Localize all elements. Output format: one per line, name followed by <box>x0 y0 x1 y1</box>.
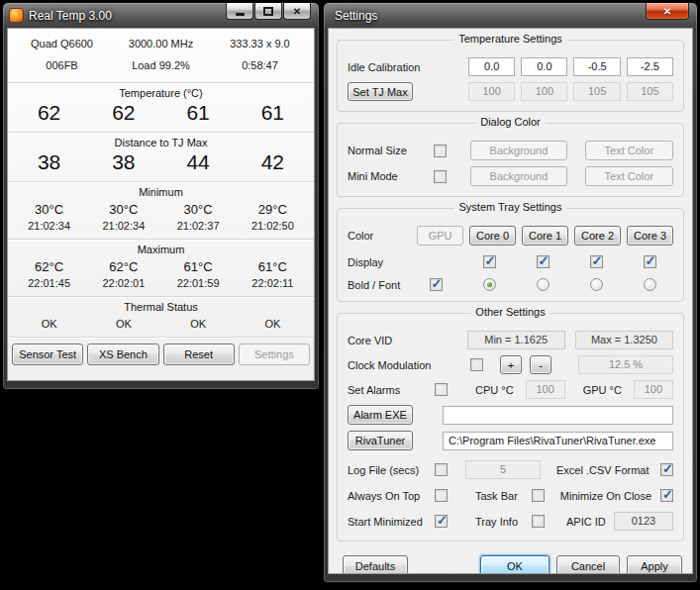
display-core3-checkbox[interactable] <box>644 255 656 268</box>
minimum-temp: 30°C <box>161 202 236 217</box>
normal-text-color-button[interactable]: Text Color <box>585 141 673 160</box>
alarm-exe-path-field[interactable] <box>443 406 673 425</box>
ok-button[interactable]: OK <box>480 555 550 574</box>
clock-modulation-checkbox[interactable] <box>470 358 483 371</box>
thermal-status-value: OK <box>86 318 160 330</box>
set-tj-max-button[interactable]: Set TJ Max <box>348 82 413 101</box>
settings-close-button[interactable] <box>646 3 689 20</box>
log-file-checkbox[interactable] <box>435 463 448 476</box>
minimize-icon <box>236 13 245 16</box>
minimum-temp: 30°C <box>12 202 86 217</box>
core0-color-button[interactable]: Core 0 <box>469 226 516 246</box>
apic-id-label: APIC ID <box>566 516 606 528</box>
reset-button[interactable]: Reset <box>163 344 235 365</box>
uptime-value: 0:58:47 <box>214 59 306 71</box>
rivatuner-button[interactable]: RivaTuner <box>348 431 413 450</box>
core3-color-button[interactable]: Core 3 <box>627 226 673 246</box>
maximize-button[interactable] <box>254 3 282 20</box>
settings-footer: Defaults OK Cancel Apply <box>329 549 692 574</box>
normal-background-button[interactable]: Background <box>470 141 566 160</box>
maximum-temp: 61°C <box>236 259 310 274</box>
maximum-temp: 61°C <box>161 259 236 274</box>
idle-calibration-field-0[interactable]: 0.0 <box>468 57 515 76</box>
realtemp-buttons-section: Sensor Test XS Bench Reset Settings <box>8 338 314 372</box>
distance-header: Distance to TJ Max <box>8 133 314 148</box>
idle-calibration-field-3[interactable]: -2.5 <box>627 57 673 76</box>
core2-color-button[interactable]: Core 2 <box>574 226 621 246</box>
group-temperature-settings: Temperature Settings Idle Calibration 0.… <box>337 40 684 112</box>
cpu-load: Load 99.2% <box>108 59 214 71</box>
group-system-tray: System Tray Settings Color GPU Core 0 Co… <box>337 208 684 302</box>
font-core1-radio[interactable] <box>537 278 550 291</box>
defaults-button[interactable]: Defaults <box>343 555 408 574</box>
display-core1-checkbox[interactable] <box>537 255 550 268</box>
cpu-info-section: Quad Q6600 3000.00 MHz 333.33 x 9.0 006F… <box>8 29 314 83</box>
close-icon <box>293 5 301 17</box>
always-on-top-label: Always On Top <box>348 490 435 502</box>
cancel-button[interactable]: Cancel <box>556 555 620 574</box>
set-alarms-checkbox[interactable] <box>435 383 448 396</box>
temperature-value: 61 <box>161 101 236 125</box>
always-on-top-checkbox[interactable] <box>435 489 448 502</box>
tray-info-checkbox[interactable] <box>532 515 545 528</box>
task-bar-checkbox[interactable] <box>532 489 545 502</box>
minimum-section: Minimum 30°C 30°C 30°C 29°C 21:02:34 21:… <box>8 182 314 240</box>
xs-bench-button[interactable]: XS Bench <box>87 344 158 365</box>
modulation-value-field: 12.5 % <box>578 355 673 374</box>
cpu-name: Quad Q6600 <box>16 38 108 49</box>
thermal-status-value: OK <box>12 318 86 330</box>
settings-window-title: Settings <box>335 9 377 23</box>
font-core0-radio[interactable] <box>483 278 496 291</box>
minimum-time: 21:02:34 <box>86 220 160 232</box>
sensor-test-button[interactable]: Sensor Test <box>12 344 83 365</box>
temperature-value: 61 <box>236 101 310 125</box>
display-core2-checkbox[interactable] <box>590 255 603 268</box>
close-icon <box>663 5 671 17</box>
settings-titlebar[interactable]: Settings <box>328 3 693 28</box>
minimize-button[interactable] <box>226 3 253 20</box>
minimum-temp: 30°C <box>86 202 160 217</box>
mini-text-color-button[interactable]: Text Color <box>585 166 673 186</box>
realtemp-titlebar[interactable]: Real Temp 3.00 <box>7 3 315 28</box>
mini-mode-checkbox[interactable] <box>434 170 447 183</box>
start-minimized-checkbox[interactable] <box>435 515 448 528</box>
idle-calibration-field-2[interactable]: -0.5 <box>573 57 620 76</box>
bold-font-checkbox[interactable] <box>430 278 443 291</box>
thermal-status-section: Thermal Status OK OK OK OK <box>8 297 314 338</box>
maximize-icon <box>263 7 273 16</box>
font-core3-radio[interactable] <box>644 278 656 291</box>
cpu-alarm-field: 100 <box>526 380 565 399</box>
tray-display-label: Display <box>348 256 412 268</box>
distance-value: 38 <box>86 150 160 174</box>
minimum-time: 21:02:34 <box>12 220 86 232</box>
csv-format-checkbox[interactable] <box>660 463 673 476</box>
gpu-color-button[interactable]: GPU <box>417 226 463 246</box>
alarm-exe-button[interactable]: Alarm EXE <box>348 405 413 425</box>
realtemp-close-button[interactable] <box>283 3 311 20</box>
temperature-value: 62 <box>86 101 160 125</box>
settings-button[interactable]: Settings <box>239 344 310 365</box>
apply-button[interactable]: Apply <box>627 555 682 574</box>
idle-calibration-field-1[interactable]: 0.0 <box>521 57 567 76</box>
distance-section: Distance to TJ Max 38 38 44 42 <box>8 133 314 182</box>
normal-size-checkbox[interactable] <box>434 145 447 157</box>
modulation-minus-button[interactable]: - <box>530 355 551 374</box>
mini-background-button[interactable]: Background <box>470 166 566 186</box>
minimize-on-close-checkbox[interactable] <box>660 489 673 502</box>
maximum-time: 22:01:59 <box>161 277 236 289</box>
rivatuner-path-field[interactable]: C:\Program Files\RivaTuner\RivaTuner.exe <box>443 432 673 450</box>
tj-max-field-3: 105 <box>627 82 673 101</box>
dialog-color-caption: Dialog Color <box>475 116 546 128</box>
tray-color-label: Color <box>348 230 417 242</box>
realtemp-client: Quad Q6600 3000.00 MHz 333.33 x 9.0 006F… <box>7 28 315 381</box>
cpu-speed: 3000.00 MHz <box>108 38 214 49</box>
settings-client: Temperature Settings Idle Calibration 0.… <box>328 28 693 574</box>
minimum-temp: 29°C <box>236 202 310 217</box>
display-core0-checkbox[interactable] <box>483 255 496 268</box>
modulation-plus-button[interactable]: + <box>500 355 522 374</box>
cpu-alarm-label: CPU °C <box>475 384 514 396</box>
gpu-alarm-label: GPU °C <box>583 384 622 396</box>
tj-max-field-2: 105 <box>573 82 620 101</box>
font-core2-radio[interactable] <box>590 278 603 291</box>
core1-color-button[interactable]: Core 1 <box>522 226 568 246</box>
